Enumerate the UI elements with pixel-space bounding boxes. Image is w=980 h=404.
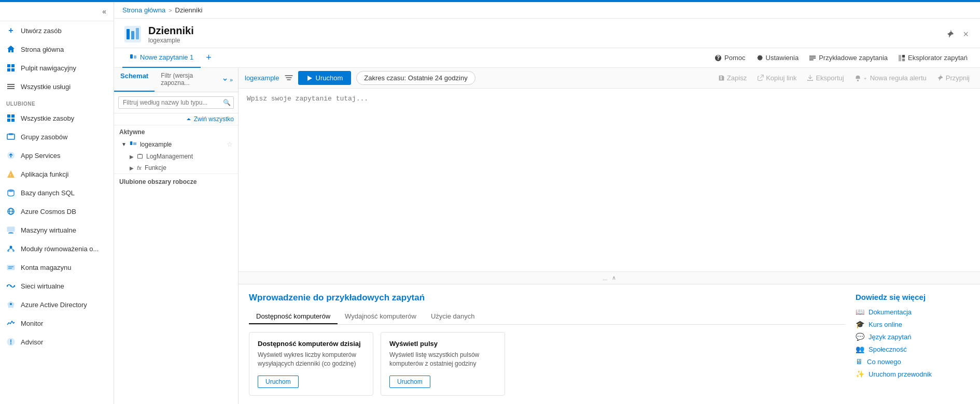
- pin-button[interactable]: Przypnij: [933, 72, 974, 84]
- svg-rect-41: [809, 57, 816, 59]
- run-button[interactable]: Uruchom: [298, 71, 352, 85]
- query-explorer-button[interactable]: Eksplorator zapytań: [894, 52, 972, 64]
- learn-more-whats-new[interactable]: 🖥 Co nowego: [856, 357, 970, 366]
- schema-collapse-all[interactable]: Zwiń wszystko: [114, 113, 238, 125]
- sidebar-item-monitor[interactable]: Monitor: [0, 314, 114, 333]
- sidebar-item-load-balancers[interactable]: Moduły równoważenia o...: [0, 239, 114, 258]
- sample-cards: Dostępność komputerów dzisiaj Wyświetl w…: [249, 332, 845, 396]
- sample-tab-computer-performance[interactable]: Wydajność komputerów: [338, 309, 424, 324]
- sidebar-item-virtual-machines[interactable]: Maszyny wirtualne: [0, 221, 114, 239]
- function-apps-icon: f: [6, 169, 16, 179]
- schema-workspace-item[interactable]: ▼ logexample ☆: [114, 138, 238, 151]
- sidebar-label-resource-groups: Grupy zasobów: [21, 133, 67, 141]
- all-services-icon: [6, 82, 16, 91]
- schema-expand-icon: ▼: [121, 141, 127, 147]
- schema-logmanagement-item[interactable]: ▶ LogManagement: [114, 151, 238, 162]
- card-title-2: Wyświetl pulsy: [389, 340, 496, 348]
- sidebar-item-all-resources[interactable]: Wszystkie zasoby: [0, 109, 114, 127]
- sample-tab-data-usage[interactable]: Użycie danych: [424, 309, 482, 324]
- resource-subtitle: logexample: [148, 37, 194, 44]
- breadcrumb-current: Dzienniki: [175, 6, 203, 14]
- run-button-label: Uruchom: [316, 74, 343, 82]
- schema-panel: Schemat Filtr (wersja zapozna... » 🔍: [114, 68, 239, 404]
- svg-line-26: [8, 249, 11, 250]
- save-button[interactable]: Zapisz: [714, 72, 751, 84]
- dashboard-icon: [6, 63, 16, 73]
- sidebar-collapse-button[interactable]: «: [99, 5, 109, 18]
- sidebar-item-virtual-networks[interactable]: Sieci wirtualne: [0, 277, 114, 295]
- time-range-button[interactable]: Zakres czasu: Ostatnie 24 godziny: [356, 71, 475, 85]
- home-icon: [6, 45, 16, 54]
- sidebar-item-storage-accounts[interactable]: Konta magazynu: [0, 258, 114, 277]
- sql-databases-icon: [6, 188, 16, 197]
- sidebar-item-label: Utwórz zasób: [21, 27, 62, 35]
- resource-actions: ×: [943, 27, 972, 42]
- learn-more-docs[interactable]: 📖 Dokumentacja: [856, 308, 970, 316]
- sidebar-item-dashboard[interactable]: Pulpit nawigacyjny: [0, 59, 114, 77]
- close-window-button[interactable]: ×: [960, 27, 972, 42]
- schema-functions-item[interactable]: ▶ fx Funkcje: [114, 162, 238, 174]
- sample-queries-title: Wprowadzenie do przykładowych zapytań: [249, 293, 845, 303]
- sidebar-item-cosmos-db[interactable]: Azure Cosmos DB: [0, 202, 114, 221]
- sidebar-item-app-services[interactable]: App Services: [0, 146, 114, 165]
- svg-rect-2: [7, 68, 10, 71]
- sidebar-item-azure-ad[interactable]: Azure Active Directory: [0, 295, 114, 314]
- sidebar-item-function-apps[interactable]: f Aplikacja funkcji: [0, 165, 114, 183]
- sample-tab-computer-availability[interactable]: Dostępność komputerów: [249, 309, 338, 324]
- azure-ad-icon: [6, 300, 16, 309]
- svg-rect-45: [902, 58, 905, 61]
- card-run-button-2[interactable]: Uruchom: [389, 376, 430, 388]
- docs-icon: 📖: [856, 308, 864, 316]
- schema-tab-filter[interactable]: Filtr (wersja zapozna...: [155, 68, 217, 92]
- pin-label: Przypnij: [946, 74, 970, 82]
- svg-rect-42: [809, 59, 814, 60]
- learn-more-community[interactable]: 👥 Społeczność: [856, 345, 970, 353]
- new-alert-rule-button[interactable]: + Nowa reguła alertu: [850, 72, 931, 84]
- filter-settings-button[interactable]: [285, 74, 293, 82]
- settings-button[interactable]: Ustawienia: [752, 52, 803, 64]
- logmanagement-label: LogManagement: [146, 153, 193, 160]
- sidebar-item-home[interactable]: Strona główna: [0, 40, 114, 59]
- card-run-button-1[interactable]: Uruchom: [258, 376, 299, 388]
- tab-add-button[interactable]: +: [201, 48, 217, 68]
- sidebar-label-virtual-networks: Sieci wirtualne: [21, 282, 64, 290]
- query-explorer-label: Eksplorator zapytań: [908, 54, 968, 62]
- sidebar-item-all-services[interactable]: Wszystkie usługi: [0, 77, 114, 96]
- export-button[interactable]: Eksportuj: [803, 72, 848, 84]
- workspace-name-link[interactable]: logexample: [245, 74, 279, 82]
- help-button[interactable]: Pomoc: [710, 52, 749, 64]
- new-alert-label: + Nowa reguła alertu: [863, 74, 927, 82]
- whats-new-label: Co nowego: [867, 358, 901, 366]
- sidebar-item-sql-databases[interactable]: Bazy danych SQL: [0, 183, 114, 202]
- schema-workspace-name: logexample: [140, 141, 172, 148]
- whats-new-icon: 🖥: [856, 357, 863, 366]
- svg-rect-8: [11, 114, 15, 118]
- svg-rect-1: [11, 64, 15, 67]
- card-desc-1: Wyświetl wykres liczby komputerów wysyła…: [258, 351, 365, 368]
- sidebar-label-sql-databases: Bazy danych SQL: [21, 189, 75, 197]
- sidebar-item-advisor[interactable]: Advisor: [0, 333, 114, 351]
- copy-link-button[interactable]: Kopiuj link: [753, 72, 801, 84]
- pin-window-button[interactable]: [943, 27, 958, 42]
- breadcrumb-home[interactable]: Strona główna: [122, 6, 165, 14]
- schema-star-icon[interactable]: ☆: [227, 140, 233, 148]
- schema-tab-schema[interactable]: Schemat: [114, 68, 155, 92]
- schema-collapse-chevron[interactable]: »: [217, 68, 238, 92]
- resource-title: Dzienniki: [148, 25, 194, 37]
- resource-name-block: Dzienniki logexample: [148, 25, 194, 44]
- help-label: Pomoc: [724, 54, 745, 62]
- collapse-bar[interactable]: ... ∧: [239, 271, 980, 284]
- learn-more-online-course[interactable]: 🎓 Kurs online: [856, 320, 970, 328]
- filter-input[interactable]: [118, 96, 234, 109]
- sidebar-item-resource-groups[interactable]: Grupy zasobów: [0, 127, 114, 146]
- community-icon: 👥: [856, 345, 864, 353]
- learn-more-run-guide[interactable]: ✨ Uruchom przewodnik: [856, 370, 970, 378]
- sidebar: « + Utwórz zasób Strona główna Pulpit na…: [0, 2, 114, 404]
- learn-more-query-language[interactable]: 💬 Język zapytań: [856, 333, 970, 341]
- tab-new-query-1[interactable]: Nowe zapytanie 1: [122, 48, 201, 68]
- query-editor[interactable]: [239, 89, 980, 271]
- sample-queries-button[interactable]: Przykładowe zapytania: [805, 52, 892, 64]
- collapse-chevron: ∧: [612, 275, 616, 281]
- resource-header: Dzienniki logexample ×: [114, 19, 980, 48]
- sidebar-item-create-resource[interactable]: + Utwórz zasób: [0, 21, 114, 40]
